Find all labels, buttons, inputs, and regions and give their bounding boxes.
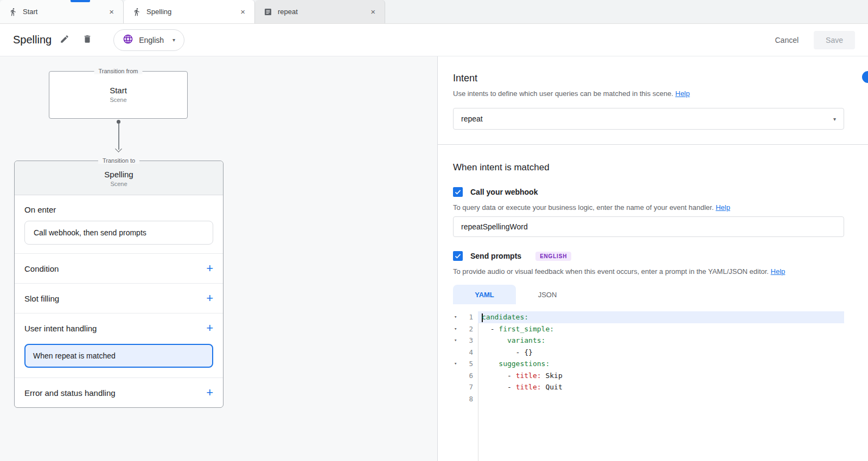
add-icon[interactable]: + [206, 322, 213, 334]
prompts-check-row: Send prompts ENGLISH [453, 251, 844, 261]
node-caption: Transition from [94, 68, 143, 74]
code-line[interactable]: 7 - title: Quit [453, 381, 844, 393]
line-number: 8 [469, 393, 478, 405]
tab-json[interactable]: JSON [516, 285, 579, 304]
connector-arrowhead-icon [115, 145, 122, 152]
chevron-down-icon: ▾ [833, 116, 836, 122]
slot-filling-row[interactable]: Slot filling + [15, 283, 223, 313]
code-text[interactable] [478, 393, 844, 405]
tab-start[interactable]: Start × [0, 0, 124, 23]
tab-repeat[interactable]: repeat × [255, 0, 385, 23]
webhook-label: Call your webhook [470, 188, 538, 196]
fold-toggle-icon[interactable]: ▾ [454, 335, 457, 347]
fold-toggle-icon[interactable]: ▾ [454, 358, 457, 370]
save-button[interactable]: Save [814, 31, 855, 49]
language-badge: ENGLISH [535, 252, 571, 261]
row-label: Condition [24, 264, 59, 273]
edit-button[interactable] [55, 30, 74, 50]
intent-title: Intent [453, 73, 844, 84]
panel-edge-dot[interactable] [862, 71, 868, 83]
code-text[interactable]: - first_simple: [478, 323, 844, 335]
cancel-button[interactable]: Cancel [766, 31, 807, 49]
line-number: 4 [469, 347, 478, 358]
code-line[interactable]: ▾3 variants: [453, 335, 844, 347]
help-link[interactable]: Help [771, 267, 786, 276]
code-line[interactable]: 4 - {} [453, 347, 844, 358]
tab-spelling[interactable]: Spelling × [124, 0, 255, 23]
code-gutter: 6 [453, 370, 478, 382]
code-editor[interactable]: ▾1candidates:▾2 - first_simple:▾3 varian… [453, 311, 844, 461]
close-icon[interactable]: × [106, 6, 117, 17]
row-label: Slot filling [24, 294, 59, 303]
section-divider [438, 144, 868, 145]
code-text[interactable]: suggestions: [478, 358, 844, 370]
line-number: 2 [469, 323, 478, 335]
intent-chip-wrap: When repeat is matched [15, 343, 223, 377]
transition-from-node[interactable]: Transition from Start Scene [49, 71, 188, 119]
intent-description: Use intents to define which user queries… [453, 89, 844, 98]
add-icon[interactable]: + [206, 262, 213, 274]
prompts-label: Send prompts [470, 252, 521, 260]
close-icon[interactable]: × [368, 6, 378, 17]
code-line[interactable]: ▾1candidates: [453, 311, 844, 323]
tab-label: Start [23, 8, 37, 16]
when-repeat-matched-chip[interactable]: When repeat is matched [24, 344, 213, 368]
fold-toggle-icon[interactable]: ▾ [454, 323, 457, 335]
webhook-check-row: Call your webhook [453, 187, 844, 197]
editor-tabbar: Start × Spelling × repeat × [0, 0, 868, 24]
scene-header: Spelling English ▾ Cancel Save [0, 24, 868, 56]
code-line[interactable]: ▾2 - first_simple: [453, 323, 844, 335]
code-gutter: 8 [453, 393, 478, 405]
on-enter-section: On enter Call webhook, then send prompts [15, 195, 223, 253]
language-selector[interactable]: English ▾ [113, 29, 184, 51]
code-text[interactable]: - title: Skip [478, 370, 844, 382]
line-number: 7 [469, 381, 478, 393]
code-gutter: ▾3 [453, 335, 478, 347]
tab-label: repeat [278, 8, 298, 16]
scene-card-header: Spelling Scene [15, 161, 223, 195]
code-text[interactable]: candidates: [478, 311, 844, 323]
code-line[interactable]: 8 [453, 393, 844, 405]
code-text[interactable]: variants: [478, 335, 844, 347]
code-gutter: 7 [453, 381, 478, 393]
help-link[interactable]: Help [675, 89, 690, 98]
delete-button[interactable] [78, 30, 97, 50]
scene-icon [132, 8, 141, 16]
scene-icon [9, 8, 17, 16]
scene-canvas[interactable]: Transition from Start Scene Transition t… [0, 56, 437, 461]
code-line[interactable]: 6 - title: Skip [453, 370, 844, 382]
language-value: English [139, 36, 164, 44]
transition-to-card[interactable]: Transition to Spelling Scene On enter Ca… [14, 161, 224, 408]
code-gutter: 4 [453, 347, 478, 358]
help-link[interactable]: Help [716, 203, 730, 212]
header-actions: Cancel Save [766, 31, 855, 49]
line-number: 5 [469, 358, 478, 370]
node-subtitle: Scene [15, 181, 223, 187]
code-text[interactable]: - {} [478, 347, 844, 358]
webhook-checkbox[interactable] [453, 187, 463, 197]
row-label: Error and status handling [24, 388, 116, 398]
tab-label: Spelling [146, 8, 171, 16]
code-text[interactable]: - title: Quit [478, 381, 844, 393]
tab-yaml[interactable]: YAML [453, 285, 516, 304]
pencil-icon [60, 34, 69, 46]
connector-dot [117, 120, 120, 124]
user-intent-handling-row[interactable]: User intent handling + [15, 313, 223, 343]
code-gutter: ▾5 [453, 358, 478, 370]
intent-detail-panel: Intent Use intents to define which user … [437, 56, 868, 461]
row-label: User intent handling [24, 324, 97, 333]
code-line[interactable]: ▾5 suggestions: [453, 358, 844, 370]
intent-icon [264, 8, 272, 16]
add-icon[interactable]: + [206, 387, 213, 399]
fold-toggle-icon[interactable]: ▾ [454, 311, 457, 323]
close-icon[interactable]: × [238, 6, 248, 17]
add-icon[interactable]: + [206, 292, 213, 304]
prompts-checkbox[interactable] [453, 251, 463, 261]
on-enter-handler[interactable]: Call webhook, then send prompts [24, 221, 213, 245]
error-status-handling-row[interactable]: Error and status handling + [15, 377, 223, 407]
intent-select[interactable]: repeat ▾ [453, 108, 844, 130]
webhook-description: To query data or execute your business l… [453, 203, 844, 212]
webhook-handler-input[interactable] [453, 216, 844, 237]
condition-row[interactable]: Condition + [15, 253, 223, 283]
main-area: Transition from Start Scene Transition t… [0, 56, 868, 461]
